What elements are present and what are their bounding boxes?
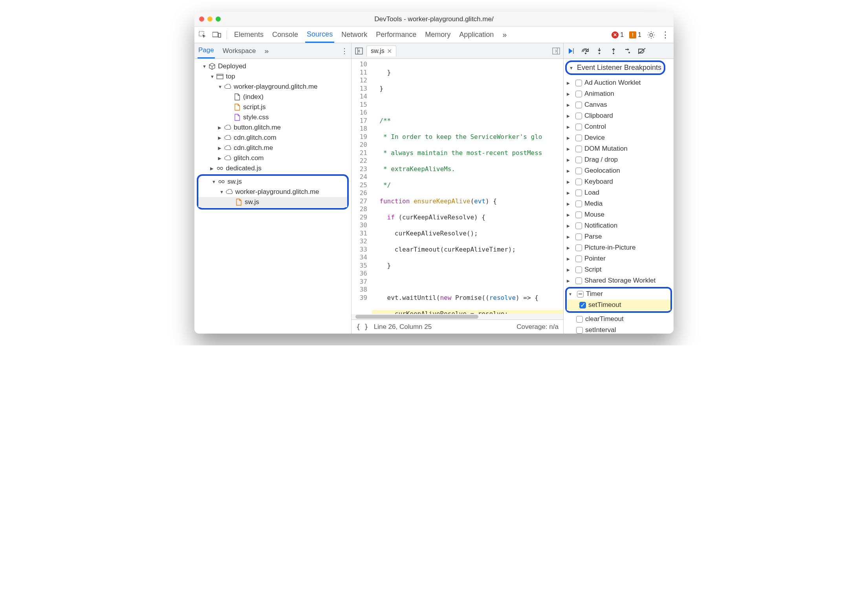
checkbox[interactable] — [575, 102, 582, 108]
tab-sources[interactable]: Sources — [305, 27, 334, 43]
bp-category[interactable]: ▶Parse — [564, 231, 674, 242]
checkbox[interactable] — [575, 256, 582, 262]
checkbox[interactable] — [575, 157, 582, 163]
step-over-icon[interactable] — [580, 46, 590, 56]
checkbox[interactable] — [576, 316, 583, 323]
tree-node-cdn-com[interactable]: ▶cdn.glitch.com — [194, 133, 351, 143]
tree-file-stylecss[interactable]: style.css — [194, 112, 351, 122]
checkbox[interactable] — [575, 234, 582, 240]
bp-category[interactable]: ▶Animation — [564, 88, 674, 99]
bp-category[interactable]: ▶Device — [564, 132, 674, 143]
bp-category[interactable]: ▶Drag / drop — [564, 154, 674, 165]
window-title: DevTools - worker-playground.glitch.me/ — [194, 15, 674, 23]
checkbox[interactable] — [575, 190, 582, 196]
checkbox[interactable] — [575, 223, 582, 229]
bp-category[interactable]: ▶Mouse — [564, 209, 674, 220]
checkbox[interactable] — [575, 179, 582, 185]
bp-category[interactable]: ▶Pointer — [564, 253, 674, 264]
tree-node-origin-main[interactable]: ▼worker-playground.glitch.me — [194, 82, 351, 92]
checkbox[interactable] — [575, 277, 582, 284]
tree-node-glitch[interactable]: ▶glitch.com — [194, 153, 351, 163]
file-tab-swjs[interactable]: sw.js ✕ — [366, 46, 396, 57]
step-icon[interactable] — [623, 46, 633, 56]
bp-category[interactable]: ▶Script — [564, 264, 674, 275]
nav-overflow[interactable]: » — [264, 44, 269, 58]
checkbox[interactable] — [575, 245, 582, 251]
tab-elements[interactable]: Elements — [233, 27, 265, 42]
bp-category[interactable]: ▶Shared Storage Worklet — [564, 275, 674, 286]
error-badge[interactable]: ✕ 1 — [612, 31, 624, 38]
bp-category[interactable]: ▶Media — [564, 198, 674, 209]
code-editor[interactable]: 1011121314151617181920212223242526272829… — [352, 59, 563, 314]
scrollbar-thumb[interactable] — [355, 315, 478, 319]
checkbox[interactable] — [575, 135, 582, 141]
svg-point-14 — [585, 53, 586, 54]
editor-panel: sw.js ✕ 10111213141516171819202122232425… — [352, 43, 564, 334]
tab-performance[interactable]: Performance — [374, 27, 418, 42]
resume-icon[interactable] — [566, 46, 576, 56]
checkbox[interactable] — [576, 327, 583, 334]
tree-file-scriptjs[interactable]: script.js — [194, 102, 351, 112]
deactivate-breakpoints-icon[interactable] — [637, 46, 647, 56]
tree-file-index[interactable]: (index) — [194, 92, 351, 102]
checkbox[interactable] — [575, 201, 582, 207]
step-out-icon[interactable] — [608, 46, 619, 56]
bp-category[interactable]: ▶Notification — [564, 220, 674, 231]
tree-node-sw-origin[interactable]: ▼worker-playground.glitch.me — [198, 187, 347, 197]
tab-network[interactable]: Network — [340, 27, 369, 42]
close-tab-icon[interactable]: ✕ — [387, 47, 392, 55]
bp-category[interactable]: ▶Canvas — [564, 99, 674, 110]
tree-node-deployed[interactable]: ▼Deployed — [194, 61, 351, 71]
svg-rect-11 — [553, 48, 560, 54]
bp-category[interactable]: ▶Geolocation — [564, 165, 674, 176]
tree-file-swjs[interactable]: sw.js — [198, 197, 347, 207]
device-toolbar-icon[interactable] — [212, 31, 221, 39]
checkbox[interactable] — [575, 266, 582, 273]
workspace-tab[interactable]: Workspace — [222, 44, 257, 58]
bp-category[interactable]: ▶Control — [564, 121, 674, 132]
bp-cleartimeout[interactable]: clearTimeout — [564, 314, 674, 325]
bp-category[interactable]: ▶Load — [564, 187, 674, 198]
tree-node-dedicated[interactable]: ▶dedicated.js — [194, 163, 351, 173]
toggle-navigator-icon[interactable] — [355, 47, 363, 55]
editor-status-bar: { } Line 26, Column 25 Coverage: n/a — [352, 319, 563, 334]
checkbox[interactable] — [575, 80, 582, 86]
code-content[interactable]: } } /** * In order to keep the ServiceWo… — [370, 59, 563, 314]
checkbox-checked[interactable]: ✓ — [579, 302, 586, 308]
step-into-icon[interactable] — [594, 46, 604, 56]
checkbox[interactable] — [575, 91, 582, 97]
tree-node-button[interactable]: ▶button.glitch.me — [194, 122, 351, 133]
tree-node-cdn-me[interactable]: ▶cdn.glitch.me — [194, 143, 351, 153]
event-listener-breakpoints-header[interactable]: ▼ Event Listener Breakpoints — [565, 60, 665, 75]
tab-console[interactable]: Console — [271, 27, 300, 42]
horizontal-scrollbar[interactable] — [352, 314, 563, 319]
cloud-icon — [224, 124, 231, 131]
bp-category[interactable]: ▶Clipboard — [564, 110, 674, 121]
bp-setinterval[interactable]: setInterval — [564, 325, 674, 334]
pretty-print-icon[interactable]: { } — [356, 323, 368, 331]
tree-node-swjs[interactable]: ▼sw.js — [198, 177, 347, 187]
inspect-element-icon[interactable] — [198, 31, 207, 39]
checkbox[interactable] — [575, 113, 582, 119]
checkbox-mixed[interactable] — [577, 291, 584, 298]
toggle-debugger-icon[interactable] — [552, 47, 560, 55]
tab-memory[interactable]: Memory — [423, 27, 452, 42]
checkbox[interactable] — [575, 146, 582, 152]
bp-settimeout[interactable]: ✓setTimeout — [567, 299, 670, 310]
checkbox[interactable] — [575, 168, 582, 174]
bp-category-timer[interactable]: ▼Timer — [567, 288, 670, 299]
tree-node-top[interactable]: ▼top — [194, 71, 351, 82]
tabs-overflow[interactable]: » — [501, 27, 508, 42]
tab-application[interactable]: Application — [458, 27, 495, 42]
page-tab[interactable]: Page — [198, 43, 215, 58]
checkbox[interactable] — [575, 212, 582, 218]
bp-category[interactable]: ▶DOM Mutation — [564, 143, 674, 154]
more-menu-icon[interactable]: ⋮ — [661, 31, 670, 39]
bp-category[interactable]: ▶Picture-in-Picture — [564, 242, 674, 253]
settings-icon[interactable] — [647, 31, 656, 39]
bp-category[interactable]: ▶Ad Auction Worklet — [564, 77, 674, 88]
checkbox[interactable] — [575, 124, 582, 130]
warning-badge[interactable]: ! 1 — [629, 31, 641, 38]
bp-category[interactable]: ▶Keyboard — [564, 176, 674, 187]
nav-more-icon[interactable]: ⋮ — [341, 47, 348, 55]
